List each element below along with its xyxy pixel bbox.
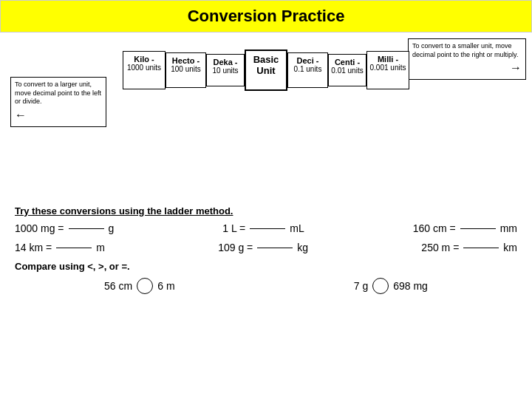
arrow-left-box: To convert to a larger unit, move decima… xyxy=(10,77,106,127)
compare-item-2: 7 g 698 mg xyxy=(354,278,428,294)
problem-1-blank[interactable] xyxy=(69,228,104,229)
problem-6-text: 250 m = xyxy=(421,242,459,253)
problem-2: 1 L = mL xyxy=(222,222,304,234)
compare-1-right: 6 m xyxy=(157,280,174,292)
problem-5-text: 109 g = xyxy=(218,242,253,253)
compare-section: Compare using <, >, or =. 56 cm 6 m 7 g … xyxy=(0,261,532,294)
problem-6: 250 m = km xyxy=(421,242,517,253)
compare-row: 56 cm 6 m 7 g 698 mg xyxy=(15,278,517,294)
problem-2-unit: mL xyxy=(290,222,304,234)
basic-unit-box: Basic Unit xyxy=(245,50,287,91)
arrow-left-icon: ← xyxy=(15,108,102,123)
kilo-box: Kilo - 1000 units xyxy=(123,51,166,89)
problem-6-blank[interactable] xyxy=(463,248,499,248)
problem-2-text: 1 L = xyxy=(222,222,245,234)
compare-2-left: 7 g xyxy=(354,280,368,292)
compare-item-1: 56 cm 6 m xyxy=(104,278,174,294)
problem-5-blank[interactable] xyxy=(257,248,293,248)
problem-2-blank[interactable] xyxy=(250,228,285,229)
compare-1-left: 56 cm xyxy=(104,280,132,292)
problem-3-unit: mm xyxy=(500,222,517,234)
practice-instruction: Try these conversions using the ladder m… xyxy=(15,205,517,216)
problem-6-unit: km xyxy=(503,242,517,253)
problem-1-text: 1000 mg = xyxy=(15,222,64,234)
problems-row-1: 1000 mg = g 1 L = mL 160 cm = mm xyxy=(15,222,517,234)
arrow-left-text: To convert to a larger unit, move decima… xyxy=(15,81,101,105)
problem-4: 14 km = m xyxy=(15,242,105,253)
deci-box: Deci - 0.1 units xyxy=(287,52,328,88)
milli-box: Milli - 0.001 units xyxy=(366,51,409,89)
problem-1: 1000 mg = g xyxy=(15,222,114,234)
problem-4-blank[interactable] xyxy=(56,248,92,248)
problem-3-text: 160 cm = xyxy=(413,222,456,234)
problem-1-unit: g xyxy=(109,222,115,234)
deka-box: Deka - 10 units xyxy=(206,54,245,86)
problem-3-blank[interactable] xyxy=(460,228,496,229)
compare-2-right: 698 mg xyxy=(393,280,428,292)
problem-5: 109 g = kg xyxy=(218,242,308,253)
compare-2-circle[interactable] xyxy=(372,278,389,294)
compare-1-circle[interactable] xyxy=(137,278,153,294)
problem-5-unit: kg xyxy=(297,242,308,253)
centi-box: Centi - 0.01 units xyxy=(328,54,366,86)
problem-3: 160 cm = mm xyxy=(413,222,517,234)
page-title: Conversion Practice xyxy=(0,0,532,33)
problem-4-text: 14 km = xyxy=(15,242,52,253)
problem-4-unit: m xyxy=(96,242,105,253)
problems-row-2: 14 km = m 109 g = kg 250 m = km 0.109 xyxy=(15,242,517,253)
diagram-area: To convert to a smaller unit, move decim… xyxy=(0,33,532,202)
hecto-box: Hecto - 100 units xyxy=(166,52,206,88)
practice-section: Try these conversions using the ladder m… xyxy=(0,202,532,253)
compare-instruction: Compare using <, >, or =. xyxy=(15,261,517,272)
